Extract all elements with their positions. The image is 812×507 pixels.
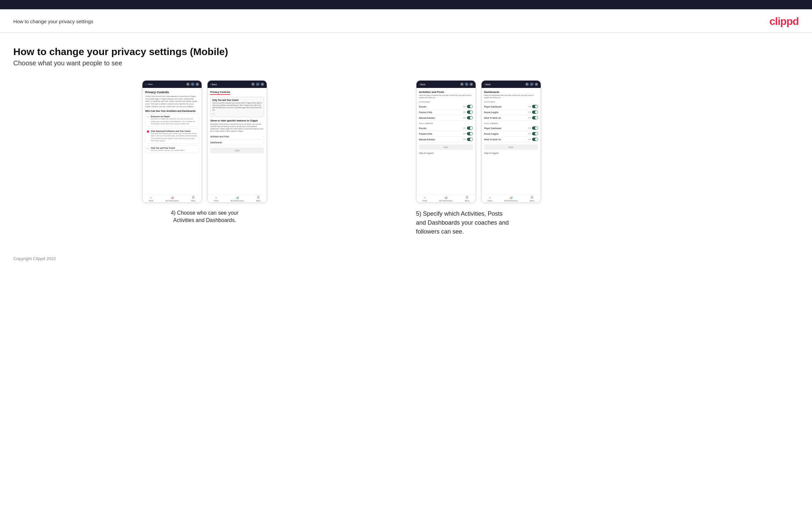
caption-5: 5) Specify which Activities, Posts and D… bbox=[416, 209, 509, 236]
toggle-coach-workon[interactable]: What To Work On ON bbox=[484, 115, 538, 121]
phone-screen-1: ‹ < Back 🔍 👤 ⚙ Privacy Controls Control … bbox=[142, 80, 202, 203]
phone2-header: ‹ Back 🔍 👤 ⚙ bbox=[208, 80, 267, 88]
toggle-switch-9[interactable] bbox=[532, 116, 538, 119]
search-icon-2[interactable]: 🔍 bbox=[251, 82, 255, 86]
overlay-radio[interactable] bbox=[212, 112, 262, 115]
toggle-coach-insights[interactable]: Round Insights ON bbox=[484, 110, 538, 115]
left-group: ‹ < Back 🔍 👤 ⚙ Privacy Controls Control … bbox=[13, 80, 396, 224]
toggle-coach-manual[interactable]: Manual Activities ON bbox=[419, 115, 473, 121]
settings-icon[interactable]: ⚙ bbox=[196, 82, 199, 86]
footer-perf-2[interactable]: 📊 My Performance bbox=[231, 196, 244, 202]
person-icon-2[interactable]: 👤 bbox=[256, 82, 259, 86]
list-activities[interactable]: Activities and Posts › bbox=[210, 134, 264, 140]
phone2-back[interactable]: ‹ Back bbox=[210, 83, 217, 86]
caption-4: 4) Choose who can see your Activities an… bbox=[171, 209, 239, 224]
toggle-switch-5[interactable] bbox=[467, 132, 473, 135]
screen3-desc: Select the types of activity that you'd … bbox=[419, 94, 473, 99]
search-icon-3[interactable]: 🔍 bbox=[460, 82, 464, 86]
phone-screen-4: ‹ Back 🔍 👤 ⚙ Dashboards Select the dashb… bbox=[481, 80, 541, 203]
toggle-switch-10[interactable] bbox=[532, 126, 538, 130]
toggle-coach-drills[interactable]: Practice Drills ON bbox=[419, 110, 473, 115]
phone-screen-2: ‹ Back 🔍 👤 ⚙ Privacy Controls Only You a… bbox=[207, 80, 267, 203]
toggle-coach-player[interactable]: Player Dashboard ON bbox=[484, 104, 538, 110]
right-group: ‹ Back 🔍 👤 ⚙ Activities and Posts Select… bbox=[416, 80, 799, 236]
footer-menu-4[interactable]: ☰ Menu bbox=[530, 196, 535, 202]
phone4-back[interactable]: ‹ Back bbox=[484, 83, 491, 86]
footer-menu-2[interactable]: ☰ Menu bbox=[256, 196, 261, 202]
person-icon[interactable]: 👤 bbox=[191, 82, 194, 86]
toggle-group-10: ON bbox=[528, 126, 538, 130]
page-title: How to change your privacy settings (Mob… bbox=[13, 46, 799, 57]
toggle-switch-4[interactable] bbox=[467, 126, 473, 130]
person-icon-4[interactable]: 👤 bbox=[530, 82, 534, 86]
screen4-title: Dashboards bbox=[484, 91, 538, 94]
settings-icon-3[interactable]: ⚙ bbox=[470, 82, 473, 86]
list-dashboards[interactable]: Dashboards › bbox=[210, 140, 264, 146]
coaches-label-3: COACHES bbox=[419, 101, 473, 103]
page-content: How to change your privacy settings (Mob… bbox=[0, 33, 812, 281]
coaches-label-4: COACHES bbox=[484, 101, 538, 103]
radio-option-1[interactable]: Everyone on Clippd Everyone on Clippd ca… bbox=[145, 114, 199, 127]
radio-desc-2: Only approved followers and coaches you … bbox=[151, 132, 197, 142]
toggle-group-5: ON bbox=[463, 132, 472, 135]
toggle-follower-insights[interactable]: Round Insights ON bbox=[484, 131, 538, 137]
toggle-switch-11[interactable] bbox=[532, 132, 538, 135]
footer-home-2[interactable]: ⌂ Home bbox=[213, 196, 218, 202]
phones-pair-right: ‹ Back 🔍 👤 ⚙ Activities and Posts Select… bbox=[416, 80, 541, 203]
toggle-follower-rounds[interactable]: Rounds ON bbox=[419, 125, 473, 131]
arrow-icon-2: › bbox=[263, 141, 264, 144]
phone4-footer: ⌂ Home 📊 My Performance ☰ Menu bbox=[481, 194, 541, 203]
toggle-follower-manual[interactable]: Manual Activities ON bbox=[419, 137, 473, 143]
toggle-switch-1[interactable] bbox=[467, 105, 473, 108]
radio-dot-2 bbox=[147, 130, 149, 133]
toggle-follower-drills[interactable]: Practice Drills ON bbox=[419, 131, 473, 137]
phone3-icons: 🔍 👤 ⚙ bbox=[460, 82, 473, 86]
toggle-group-9: ON bbox=[528, 116, 538, 119]
footer-perf-4[interactable]: 📊 My Performance bbox=[504, 196, 518, 202]
radio-dot-1 bbox=[147, 116, 149, 118]
settings-icon-4[interactable]: ⚙ bbox=[535, 82, 538, 86]
person-icon-3[interactable]: 👤 bbox=[465, 82, 468, 86]
footer-home-4[interactable]: ⌂ Home bbox=[488, 196, 493, 202]
overlay-box: Only You and Your Coach Only you and the… bbox=[210, 97, 264, 117]
footer-home-1[interactable]: ⌂ Home bbox=[148, 196, 153, 202]
phone4-header: ‹ Back 🔍 👤 ⚙ bbox=[481, 80, 541, 88]
phone3-body: Activities and Posts Select the types of… bbox=[416, 88, 475, 194]
screenshots-section: ‹ < Back 🔍 👤 ⚙ Privacy Controls Control … bbox=[13, 80, 799, 236]
radio-dot-3 bbox=[147, 147, 149, 150]
toggle-coach-rounds[interactable]: Rounds ON bbox=[419, 104, 473, 110]
help-support-3: Help & Support bbox=[419, 152, 473, 154]
show-hide-desc: Regardless of the privacy controls that … bbox=[210, 123, 264, 132]
radio-label-2: Only Approved Followers and Your Coach bbox=[151, 130, 197, 132]
screen4-desc: Select the dashboards that you'd like to… bbox=[484, 94, 538, 99]
settings-icon-2[interactable]: ⚙ bbox=[261, 82, 264, 86]
toggle-follower-player[interactable]: Player Dashboard ON bbox=[484, 125, 538, 131]
radio-option-2[interactable]: Only Approved Followers and Your Coach O… bbox=[145, 128, 199, 144]
footer-perf-3[interactable]: 📊 My Performance bbox=[439, 196, 453, 202]
save-btn-3[interactable]: Save bbox=[419, 144, 473, 150]
show-hide-title: Show or hide specific features in Clippd bbox=[210, 119, 264, 122]
footer-menu-1[interactable]: ☰ Menu bbox=[191, 196, 196, 202]
footer-home-3[interactable]: ⌂ Home bbox=[422, 196, 427, 202]
search-icon-4[interactable]: 🔍 bbox=[525, 82, 529, 86]
screen1-title: Privacy Controls bbox=[145, 91, 199, 94]
toggle-switch-6[interactable] bbox=[467, 138, 473, 141]
phone3-back[interactable]: ‹ Back bbox=[419, 83, 426, 86]
toggle-switch-2[interactable] bbox=[467, 111, 473, 114]
footer-perf-1[interactable]: 📊 My Performance bbox=[166, 196, 179, 202]
phone3-header: ‹ Back 🔍 👤 ⚙ bbox=[416, 80, 475, 88]
search-icon[interactable]: 🔍 bbox=[186, 82, 190, 86]
toggle-switch-12[interactable] bbox=[532, 138, 538, 141]
save-btn-4[interactable]: Save bbox=[484, 144, 538, 150]
radio-option-3[interactable]: Only You and Your Coach Only you and the… bbox=[145, 145, 199, 153]
toggle-group-4: ON bbox=[463, 126, 472, 130]
phone1-back[interactable]: ‹ < Back bbox=[145, 83, 153, 86]
phone-screen-3: ‹ Back 🔍 👤 ⚙ Activities and Posts Select… bbox=[416, 80, 476, 203]
toggle-switch-3[interactable] bbox=[467, 116, 473, 119]
toggle-switch-8[interactable] bbox=[532, 111, 538, 114]
radio-desc-3: Only you and the coaches you connect wit… bbox=[151, 149, 185, 151]
save-btn-2[interactable]: Save bbox=[210, 148, 264, 153]
toggle-switch-7[interactable] bbox=[532, 105, 538, 108]
footer-menu-3[interactable]: ☰ Menu bbox=[465, 196, 470, 202]
toggle-follower-workon[interactable]: What To Work On ON bbox=[484, 137, 538, 143]
